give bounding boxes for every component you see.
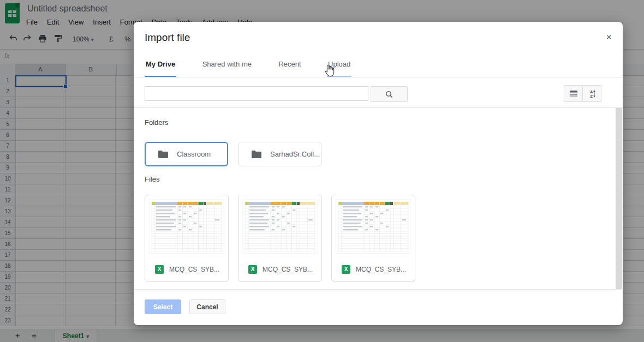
file-footer: X MCQ_CS_SYB... <box>238 265 321 274</box>
folder-card-classroom[interactable]: Classroom <box>145 142 228 166</box>
folder-name: SarhadSr.Coll... <box>270 150 320 158</box>
search-input[interactable] <box>145 86 368 101</box>
files-row: X MCQ_CS_SYB... <box>145 195 415 282</box>
files-section-label: Files <box>145 175 159 183</box>
folder-icon <box>158 150 169 159</box>
close-icon[interactable]: × <box>604 29 614 45</box>
folders-section-label: Folders <box>145 118 168 127</box>
list-view-icon <box>569 90 578 97</box>
spreadsheet-thumbnail <box>149 199 224 254</box>
folder-icon <box>251 150 262 159</box>
tabs-divider <box>134 77 623 77</box>
sort-az-button[interactable]: A Z <box>582 85 601 102</box>
search-button[interactable] <box>371 86 408 102</box>
excel-file-icon: X <box>248 265 257 274</box>
sort-az-icon: A Z <box>588 89 597 98</box>
list-view-button[interactable] <box>564 85 583 102</box>
tab-recent[interactable]: Recent <box>277 60 302 77</box>
excel-file-icon: X <box>342 265 350 274</box>
file-card[interactable]: X MCQ_CS_SYB... <box>331 195 415 282</box>
file-card[interactable]: X MCQ_CS_SYB... <box>238 195 322 282</box>
file-name: MCQ_CS_SYB... <box>263 266 313 273</box>
tab-my-drive[interactable]: My Drive <box>145 60 176 77</box>
search-icon <box>385 90 393 99</box>
footer-divider <box>134 289 623 290</box>
file-name: MCQ_CS_SYB... <box>356 266 406 273</box>
dialog-tabs: My Drive Shared with me Recent Upload <box>145 59 374 77</box>
excel-file-icon: X <box>155 265 164 274</box>
file-name: MCQ_CS_SYB... <box>169 266 219 273</box>
spreadsheet-thumbnail <box>336 199 411 254</box>
folder-name: Classroom <box>177 150 211 158</box>
file-card[interactable]: X MCQ_CS_SYB... <box>145 195 229 282</box>
tab-shared-with-me[interactable]: Shared with me <box>201 60 253 77</box>
search-divider <box>134 107 623 108</box>
cancel-button[interactable]: Cancel <box>189 299 225 314</box>
folder-card-sarhadsr[interactable]: SarhadSr.Coll... <box>238 142 321 166</box>
import-file-dialog: Import file × My Drive Shared with me Re… <box>134 22 623 325</box>
dialog-scrollbar[interactable] <box>616 108 622 289</box>
select-button[interactable]: Select <box>145 299 181 314</box>
tab-upload[interactable]: Upload <box>327 60 351 77</box>
svg-text:Z: Z <box>590 94 593 99</box>
file-footer: X MCQ_CS_SYB... <box>145 265 228 274</box>
dialog-title: Import file <box>145 32 190 44</box>
spreadsheet-thumbnail <box>242 199 318 254</box>
file-footer: X MCQ_CS_SYB... <box>332 265 415 274</box>
